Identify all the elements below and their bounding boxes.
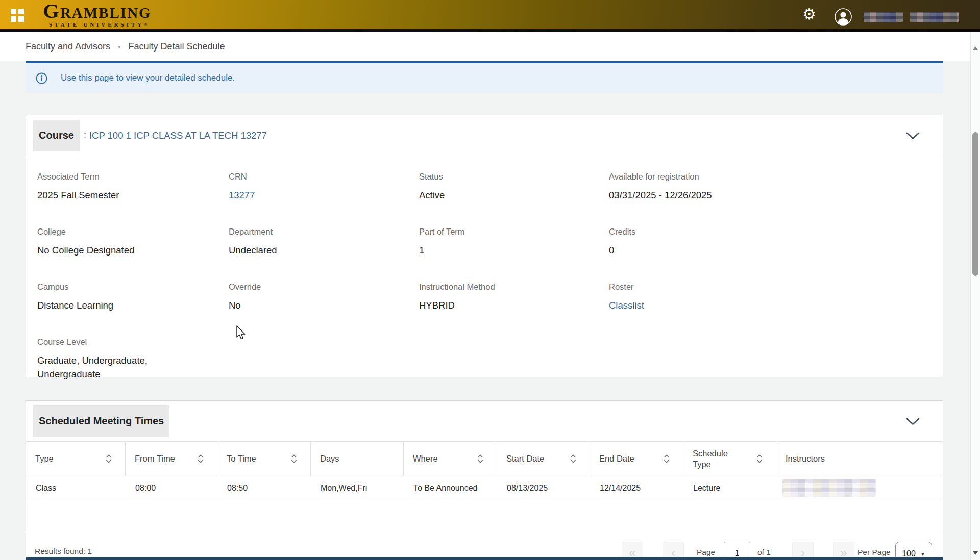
course-details-grid: Associated Term 2025 Fall Semester CRN 1… [26,156,943,406]
redacted-user-detail [910,12,959,22]
info-banner: Use this page to view your detailed sche… [26,61,943,93]
sort-icon[interactable] [664,454,670,463]
logo-subtitle: STATE UNIVERSITY® [43,21,152,28]
per-page-label: Per Page [857,548,891,557]
sort-icon[interactable] [198,454,204,463]
column-header-from-time[interactable]: From Time [126,442,217,476]
field-crn: CRN 13277 [229,172,419,202]
column-header-instructors: Instructors [776,442,943,476]
meeting-times-section-label: Scheduled Meeting Times [33,405,169,437]
dropdown-caret-icon: ▼ [920,551,925,557]
field-course-level: Course Level Graduate, Undergraduate, Un… [37,337,229,381]
cell-from-time: 08:00 [126,476,217,500]
field-status: Status Active [419,172,609,202]
cell-end-date: 12/14/2025 [590,476,683,500]
course-title-separator: : [84,130,86,141]
breadcrumb-faculty-and-advisors[interactable]: Faculty and Advisors [26,41,110,52]
app-header: GRAMBLING STATE UNIVERSITY® ⚙ [0,0,980,29]
settings-gear-icon[interactable]: ⚙ [802,6,816,22]
field-department: Department Undeclared [229,227,419,257]
course-section: Course : ICP 100 1 ICP CLASS AT LA TECH … [26,115,943,377]
chevron-down-icon[interactable] [906,132,920,142]
breadcrumb: Faculty and Advisors ● Faculty Detail Sc… [0,32,980,61]
bottom-section-divider [26,557,943,560]
crn-link[interactable]: 13277 [229,188,419,202]
field-override: Override No [229,282,419,312]
field-associated-term: Associated Term 2025 Fall Semester [37,172,229,202]
column-header-to-time[interactable]: To Time [217,442,311,476]
sort-icon[interactable] [756,454,763,463]
info-icon [36,72,47,84]
logo-wordmark: GRAMBLING [43,2,152,21]
breadcrumb-separator-icon: ● [118,44,120,49]
sort-icon[interactable] [570,454,576,463]
course-section-header[interactable]: Course : ICP 100 1 ICP CLASS AT LA TECH … [26,115,943,156]
course-section-label: Course [33,120,80,151]
page-label: Page [697,548,715,557]
registered-mark: ® [144,22,150,27]
field-available-for-registration: Available for registration 03/31/2025 - … [609,172,930,202]
sort-icon[interactable] [106,454,112,463]
meeting-times-table-header: Type From Time To Time Days Where Start … [26,442,943,476]
cell-type: Class [26,476,126,500]
user-profile-icon[interactable] [834,8,852,28]
info-banner-text: Use this page to view your detailed sche… [61,73,235,83]
classlist-link[interactable]: Classlist [609,298,930,312]
breadcrumb-current-page: Faculty Detail Schedule [129,41,225,52]
column-header-type[interactable]: Type [26,442,126,476]
results-found-text: Results found: 1 [35,547,92,556]
field-credits: Credits 0 [609,227,930,257]
page-of-label: of 1 [757,548,771,557]
column-header-schedule-type[interactable]: Schedule Type [683,442,776,476]
cell-start-date: 08/13/2025 [497,476,590,500]
chevron-down-icon[interactable] [906,418,920,427]
field-campus: Campus Distance Learning [37,282,229,312]
column-header-days[interactable]: Days [311,442,404,476]
cell-to-time: 08:50 [217,476,311,500]
scheduled-meeting-times-section: Scheduled Meeting Times Type From Time T… [26,400,943,531]
meeting-times-section-header[interactable]: Scheduled Meeting Times [26,401,943,442]
field-roster: Roster Classlist [609,282,930,312]
column-header-start-date[interactable]: Start Date [497,442,590,476]
grid-menu-icon [11,9,24,22]
field-instructional-method: Instructional Method HYBRID [419,282,609,312]
column-header-where[interactable]: Where [404,442,497,476]
scrollbar-thumb[interactable] [972,132,978,276]
scroll-up-arrow-icon[interactable] [973,46,978,50]
cell-days: Mon,Wed,Fri [311,476,404,500]
app-menu-icon[interactable] [11,9,24,22]
cell-where: To Be Announced [404,476,497,500]
results-pagination-bar: Results found: 1 « ‹ Page of 1 › » Per P… [26,531,943,560]
field-part-of-term: Part of Term 1 [419,227,609,257]
scroll-down-arrow-icon[interactable] [973,551,978,555]
column-header-end-date[interactable]: End Date [590,442,683,476]
meeting-times-table-row: Class 08:00 08:50 Mon,Wed,Fri To Be Anno… [26,476,943,500]
field-college: College No College Designated [37,227,229,257]
sort-icon[interactable] [477,454,483,463]
redacted-instructor-name [782,479,876,497]
vertical-scrollbar[interactable] [970,32,980,560]
redacted-user-name [864,12,903,22]
cell-schedule-type: Lecture [683,476,776,500]
university-logo[interactable]: GRAMBLING STATE UNIVERSITY® [43,2,152,28]
sort-icon[interactable] [291,454,297,463]
faculty-detail-schedule-page: GRAMBLING STATE UNIVERSITY® ⚙ Faculty an… [0,0,980,560]
course-title-link[interactable]: ICP 100 1 ICP CLASS AT LA TECH 13277 [89,130,267,141]
